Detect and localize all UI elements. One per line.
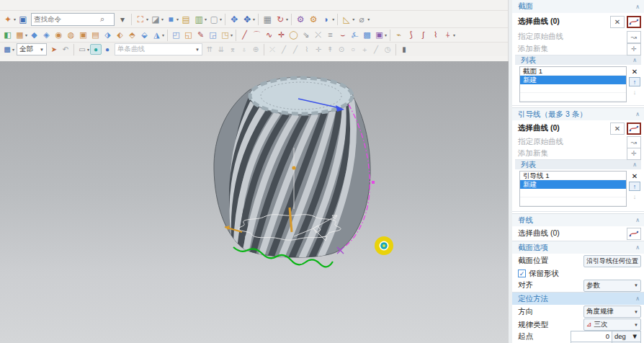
arc-icon[interactable]: ⌒ — [251, 30, 263, 41]
sync-modeling-icon[interactable]: ⚙ — [294, 13, 307, 26]
direction-select[interactable]: 角度规律▼ — [583, 306, 641, 318]
show-body-icon[interactable]: ✥ — [228, 13, 241, 26]
offset-curve-icon[interactable]: ≡ — [324, 30, 336, 41]
extrude-icon[interactable]: ◆ — [28, 30, 40, 41]
draft-analysis-icon[interactable]: ◺ — [340, 13, 353, 26]
overflow-caret-icon[interactable]: ▾ — [367, 17, 370, 22]
type-filter-caret[interactable]: ▾ — [12, 47, 14, 52]
pad-icon[interactable]: ▤ — [89, 30, 102, 41]
preserve-shape-checkbox[interactable]: ✓ — [518, 270, 526, 277]
snap-intersection-icon[interactable]: ⤫ — [267, 44, 278, 55]
move-up-button[interactable]: ↑ — [629, 77, 640, 86]
list-row[interactable] — [520, 197, 626, 206]
origin-curve-button[interactable]: ↝ — [627, 31, 641, 43]
intersect-curve-icon[interactable]: ⤬ — [312, 30, 324, 41]
bridge-curve-icon[interactable]: ⌣ — [336, 30, 349, 41]
type-filter-icon[interactable]: ▩ — [1, 44, 13, 55]
window-layout-icon[interactable]: ▢ — [207, 13, 220, 26]
orientation-method-header[interactable]: 定位方法∧ — [512, 292, 644, 305]
search-input[interactable] — [34, 15, 100, 23]
add-new-set-button[interactable]: ✛ — [627, 148, 641, 160]
collapse-icon[interactable]: ∧ — [635, 244, 640, 251]
optimize-face-icon[interactable]: ⚙ — [307, 13, 320, 26]
snap-clocking-icon[interactable]: ◷ — [382, 44, 393, 55]
variational-sweep-icon[interactable]: ʃ — [417, 30, 429, 41]
origin-curve-button[interactable]: ↝ — [627, 136, 641, 148]
spine-group-header[interactable]: 脊线∧ — [512, 213, 644, 226]
revolve-icon[interactable]: ◈ — [40, 30, 53, 41]
pocket-icon[interactable]: ▣ — [77, 30, 89, 41]
boss-icon[interactable]: ◍ — [65, 30, 77, 41]
move-body-icon[interactable]: ✥ — [241, 13, 254, 26]
guides-list-header[interactable]: 列表∧ — [515, 159, 641, 169]
snap-arc-center-icon[interactable]: ⊙ — [336, 44, 347, 55]
highlight-sphere-icon[interactable]: ● — [90, 44, 102, 55]
remove-item-button[interactable]: ✕ — [629, 66, 640, 76]
overflow-caret-icon[interactable]: ▾ — [146, 17, 148, 22]
list-row[interactable] — [520, 93, 626, 102]
collapse-icon[interactable]: ∧ — [635, 4, 640, 10]
measure-icon[interactable]: ⌀ — [355, 13, 368, 26]
overflow-caret-icon[interactable]: ▾ — [14, 17, 16, 22]
shaded-view-icon[interactable]: ◪ — [149, 13, 162, 26]
graphics-viewport[interactable] — [0, 61, 509, 343]
snap-endpoint-icon[interactable]: ⇈ — [204, 44, 215, 55]
section-position-select[interactable]: 沿引导线任何位置▼ — [583, 255, 641, 267]
snap-curve-icon[interactable]: ⌇ — [301, 44, 313, 55]
collapse-icon[interactable]: ∧ — [635, 217, 640, 223]
overflow-caret-icon[interactable]: ▾ — [253, 17, 255, 22]
snap-control-point-icon[interactable]: ⌆ — [227, 44, 238, 55]
snap-tangent-icon[interactable]: ↟ — [324, 44, 336, 55]
unite-icon[interactable]: ⬗ — [102, 30, 114, 41]
intersect-icon[interactable]: ⬘ — [126, 30, 138, 41]
ellipse-icon[interactable]: ◯ — [287, 30, 300, 41]
shell-icon[interactable]: ⬙ — [138, 30, 151, 41]
overflow-caret-icon[interactable]: ▾ — [25, 32, 27, 37]
overflow-caret-icon[interactable]: ▾ — [162, 32, 164, 37]
styled-sweep-icon[interactable]: ⍭ — [442, 30, 454, 41]
section-options-header[interactable]: 截面选项∧ — [512, 241, 644, 254]
snap-defining-point-icon[interactable]: ⊕ — [250, 44, 261, 55]
curve-select-button[interactable] — [627, 122, 641, 135]
section-group-header[interactable]: 截面∧ — [512, 0, 644, 13]
window-display-icon[interactable]: ▣ — [17, 13, 30, 26]
folder-open-icon[interactable]: ▤ — [179, 13, 192, 26]
snap-pole-icon[interactable]: ♁ — [238, 44, 250, 55]
snap-slash-icon[interactable]: ╱ — [290, 44, 301, 55]
list-row[interactable] — [520, 84, 626, 93]
datum-csys-icon[interactable]: ✦ — [1, 13, 14, 26]
ruled-surface-icon[interactable]: ◱ — [182, 30, 194, 41]
four-point-surface-icon[interactable]: ◰ — [170, 30, 182, 41]
guides-list-box[interactable]: 引导线 1新建 — [519, 171, 627, 207]
wireframe-cube-icon[interactable]: ▦ — [261, 13, 274, 26]
list-row[interactable]: 新建 — [520, 180, 626, 189]
tube-icon[interactable]: ⌇ — [429, 30, 442, 41]
deselect-all-button[interactable]: ✕ — [610, 122, 625, 135]
point-icon[interactable]: ✛ — [275, 30, 287, 41]
snap-midpoint-icon[interactable]: ⇊ — [215, 44, 227, 55]
overflow-caret-icon[interactable]: ▾ — [352, 17, 354, 22]
overflow-caret-icon[interactable]: ▾ — [176, 17, 179, 22]
start-angle-input[interactable]: 0 — [571, 331, 612, 342]
search-caret-icon[interactable]: ▾ — [116, 13, 129, 26]
curve-mesh-icon[interactable]: ▣ — [373, 30, 385, 41]
collapse-icon[interactable]: ∧ — [635, 111, 640, 117]
line-icon[interactable]: ╱ — [238, 30, 251, 41]
studio-surface-icon[interactable]: ◲ — [207, 30, 219, 41]
curve-select-button[interactable] — [627, 16, 641, 28]
overflow-caret-icon[interactable]: ▾ — [332, 17, 334, 22]
edit-object-display-icon[interactable]: ▮ — [398, 44, 410, 55]
through-curves-icon[interactable]: ◳ — [219, 30, 231, 41]
selection-scope-select[interactable]: 全部▼ — [17, 43, 47, 55]
move-down-button[interactable]: ↓ — [629, 192, 640, 202]
alignment-select[interactable]: 参数▼ — [583, 280, 641, 292]
text-curve-icon[interactable]: ▩ — [361, 30, 373, 41]
snap-line-icon[interactable]: ╱ — [278, 44, 290, 55]
list-row[interactable] — [520, 189, 626, 197]
sketch-curve-icon[interactable]: ↻ — [274, 13, 287, 26]
snap-existing-point-icon[interactable]: ＋ — [359, 44, 370, 55]
curve-select-button[interactable] — [627, 228, 641, 240]
start-unit-select[interactable]: deg▼ — [612, 331, 641, 342]
snap-point-on-curve-icon[interactable]: ╱ — [370, 44, 382, 55]
section-list-box[interactable]: 截面 1新建 — [519, 66, 627, 102]
